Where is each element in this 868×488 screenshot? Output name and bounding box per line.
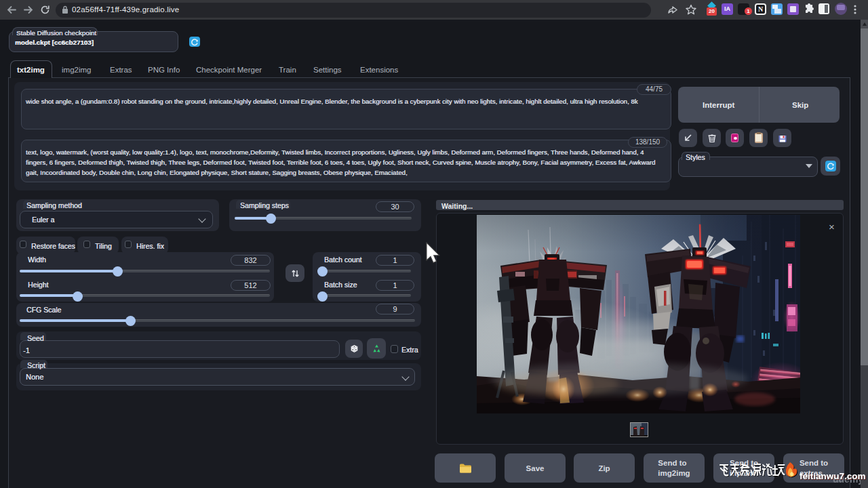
svg-text:feitianwu7.com: feitianwu7.com (800, 471, 866, 481)
